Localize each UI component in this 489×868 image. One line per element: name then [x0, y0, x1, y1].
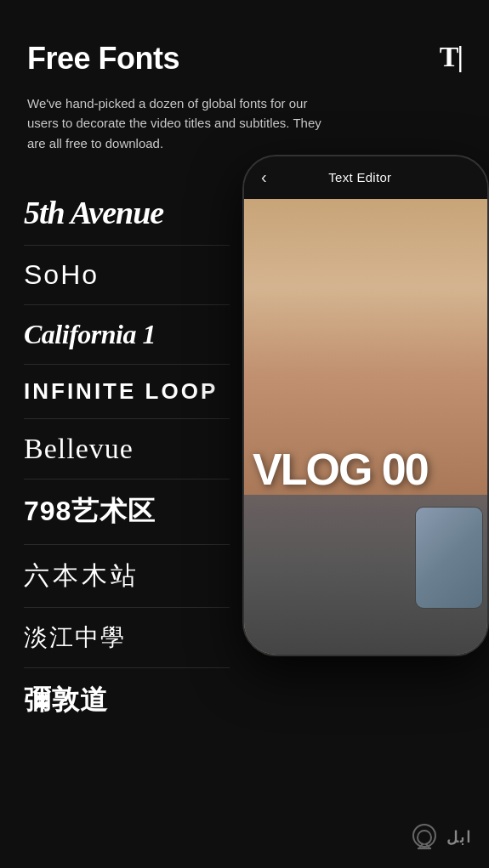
list-item[interactable]: INFINITE LOOP	[24, 365, 230, 419]
list-item[interactable]: 5th Avenue	[24, 180, 230, 246]
inner-phone-screen	[416, 508, 482, 608]
phone-screen-content: VLOG 00	[244, 199, 487, 655]
header: Free Fonts T|	[0, 0, 489, 94]
list-item[interactable]: California 1	[24, 305, 230, 365]
list-item[interactable]: Bellevue	[24, 419, 230, 479]
phone-top-bar: ‹ Text Editor	[244, 156, 487, 199]
font-roppongi[interactable]: 六本木站	[24, 559, 139, 593]
bottom-logo: ابل	[409, 822, 472, 853]
svg-point-0	[413, 825, 435, 847]
font-list: 5th Avenue SoHo California 1 INFINITE LO…	[0, 180, 230, 860]
text-editor-icon: T|	[440, 41, 462, 73]
font-bellevue[interactable]: Bellevue	[24, 433, 134, 465]
list-item[interactable]: 六本木站	[24, 545, 230, 608]
font-mido[interactable]: 彌敦道	[24, 682, 108, 719]
font-5th-avenue[interactable]: 5th Avenue	[24, 194, 163, 231]
phone-outer: ‹ Text Editor VLOG 00	[242, 155, 489, 656]
font-california[interactable]: California 1	[24, 319, 156, 350]
phone-screen-title: Text Editor	[328, 170, 391, 184]
font-soho[interactable]: SoHo	[24, 259, 99, 291]
list-item[interactable]: 彌敦道	[24, 668, 230, 733]
vlog-overlay-text: VLOG 00	[253, 444, 428, 495]
list-item[interactable]: SoHo	[24, 246, 230, 305]
list-item[interactable]: 798艺术区	[24, 479, 230, 545]
font-798[interactable]: 798艺术区	[24, 493, 156, 530]
font-infinite-loop[interactable]: INFINITE LOOP	[24, 378, 218, 405]
back-icon[interactable]: ‹	[261, 167, 267, 187]
page-container: Free Fonts T| We've hand-picked a dozen …	[0, 0, 489, 868]
phone-background-photo: VLOG 00	[244, 199, 487, 655]
app-logo-icon	[409, 822, 440, 853]
font-script[interactable]: 淡江中學	[24, 621, 126, 654]
logo-text: ابل	[446, 828, 472, 847]
inner-phone-device	[415, 507, 483, 609]
list-item[interactable]: 淡江中學	[24, 608, 230, 668]
phone-mockup: ‹ Text Editor VLOG 00	[242, 155, 489, 868]
page-title: Free Fonts	[27, 41, 179, 77]
content-area: 5th Avenue SoHo California 1 INFINITE LO…	[0, 180, 489, 860]
